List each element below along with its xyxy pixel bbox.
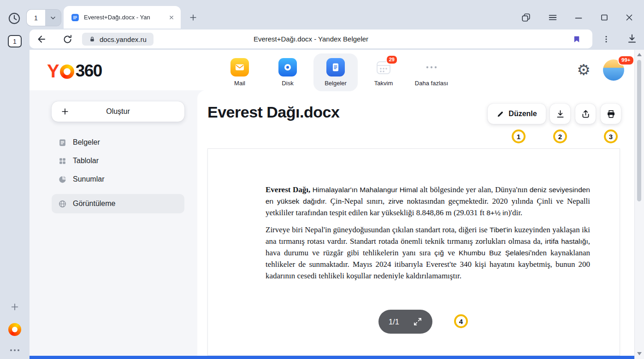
tab-counter[interactable]: 1 [27, 10, 45, 26]
yandex-logo-icon[interactable] [8, 323, 21, 336]
url-text: docs.yandex.ru [100, 35, 147, 43]
scroll-up-icon[interactable] [637, 53, 642, 56]
maximize-button[interactable] [598, 12, 610, 24]
nav-item-belgeler[interactable]: Belgeler [313, 53, 358, 91]
sidebar-item-goruntuleme[interactable]: Görüntüleme [52, 194, 184, 213]
documents-icon [326, 58, 345, 77]
fullscreen-icon[interactable] [413, 317, 422, 326]
close-window-button[interactable] [623, 12, 635, 24]
nav-item-mail[interactable]: Mail [218, 53, 262, 91]
tab-strip: 1 Everest+Dağı.docx - Yan [0, 0, 644, 29]
bottom-blue-bar [30, 356, 634, 359]
print-button[interactable] [601, 104, 621, 124]
document-paragraph: Everest Dağı, Himalayalar'ın Mahalangur … [266, 184, 590, 218]
side-panel-tab-indicator[interactable]: 1 [8, 35, 22, 47]
browser-side-strip: 1 [0, 29, 30, 359]
url-chip[interactable]: docs.yandex.ru [82, 33, 154, 46]
share-button[interactable] [575, 104, 596, 124]
page-title: Everest Dağı.docx [207, 103, 339, 121]
page-scrollbar[interactable] [634, 50, 644, 359]
callout-3: 3 [604, 129, 618, 143]
tab-title: Everest+Dağı.docx - Yan [84, 14, 166, 21]
logo-o-ring-icon [60, 65, 74, 79]
new-tab-button[interactable] [186, 11, 200, 24]
callout-4: 4 [454, 314, 468, 328]
back-icon[interactable] [36, 34, 47, 45]
sidebar-add-icon[interactable] [9, 301, 20, 312]
reload-icon[interactable] [62, 34, 73, 45]
page-indicator-pill: 1/1 [378, 310, 432, 334]
menu-icon[interactable] [547, 12, 559, 24]
pencil-icon [496, 110, 504, 118]
yandex-docs-page: Y 360 Mail Disk Belgeler [30, 50, 634, 356]
share-icon [581, 109, 591, 119]
page-indicator: 1/1 [389, 318, 399, 326]
create-button[interactable]: Oluştur [52, 101, 184, 122]
calendar-badge: 29 [386, 55, 398, 65]
logo-y: Y [47, 61, 59, 82]
table-icon [58, 157, 67, 165]
downloads-icon[interactable] [626, 33, 638, 45]
chevron-down-icon[interactable] [45, 10, 61, 26]
tab-close-icon[interactable] [166, 12, 177, 23]
sidebar-item-tablolar[interactable]: Tablolar [52, 152, 184, 170]
yandex-360-logo[interactable]: Y 360 [47, 61, 102, 81]
nav-item-more[interactable]: Daha fazlası [409, 53, 454, 91]
download-icon [555, 109, 565, 119]
nav-item-disk[interactable]: Disk [266, 53, 310, 91]
callout-2: 2 [553, 129, 567, 143]
download-button[interactable] [550, 104, 570, 124]
settings-gear-icon[interactable]: ⚙ [575, 62, 592, 78]
pie-chart-icon [58, 175, 67, 184]
history-clock-icon[interactable] [7, 12, 21, 25]
edit-button[interactable]: Düzenle [488, 104, 546, 124]
document-favicon-icon [71, 13, 79, 22]
mail-icon [230, 58, 249, 77]
logo-360: 360 [76, 61, 102, 81]
sidebar-item-belgeler[interactable]: Belgeler [52, 134, 184, 151]
printer-icon [606, 109, 616, 119]
globe-icon [58, 200, 67, 208]
sidebar-item-sunumlar[interactable]: Sunumlar [52, 171, 184, 188]
document-icon [58, 138, 67, 147]
notifications-badge: 99+ [618, 55, 634, 65]
minimize-button[interactable] [573, 12, 585, 24]
tab-group-control[interactable]: 1 [27, 10, 61, 26]
lock-icon [89, 35, 95, 43]
kebab-menu-icon[interactable] [601, 33, 611, 45]
services-nav: Mail Disk Belgeler 29 Takvim [218, 53, 454, 91]
more-options-icon[interactable] [8, 347, 21, 354]
address-bar[interactable]: docs.yandex.ru Everest+Dağı.docx - Yande… [30, 29, 592, 48]
tabs-panel-icon[interactable] [520, 12, 532, 24]
disk-icon [278, 58, 297, 77]
bookmark-icon[interactable] [572, 34, 581, 44]
document-paragraph: Zirveye biri Nepal'in güneydoğusundan çı… [266, 224, 590, 282]
more-dots-icon [421, 57, 442, 77]
nav-item-takvim[interactable]: 29 Takvim [361, 53, 406, 91]
browser-tab[interactable]: Everest+Dağı.docx - Yan [64, 6, 181, 29]
document-paragraphs: Everest Dağı, Himalayalar'ın Mahalangur … [208, 149, 620, 282]
scrollbar-thumb[interactable] [637, 60, 641, 201]
plus-icon [60, 106, 70, 117]
callout-1: 1 [512, 129, 526, 143]
address-row: docs.yandex.ru Everest+Dağı.docx - Yande… [30, 29, 644, 50]
scroll-down-icon[interactable] [637, 352, 642, 355]
